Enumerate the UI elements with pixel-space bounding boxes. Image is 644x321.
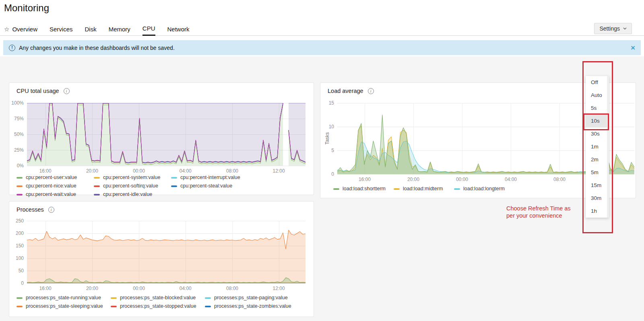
cpu-usage-legend: cpu:percent-user:valuecpu:percent-system… (17, 175, 310, 200)
legend-color-dash (205, 297, 211, 299)
legend-item[interactable]: cpu:percent-wait:value (17, 191, 94, 197)
legend-item[interactable]: processes:ps_state-blocked:value (111, 295, 205, 300)
legend-color-dash (111, 306, 117, 307)
y-axis-tick: 5 (319, 148, 334, 153)
legend-item[interactable]: load:load:midterm (394, 186, 454, 191)
refresh-option-auto[interactable]: Auto (586, 89, 609, 102)
legend-item[interactable]: cpu:percent-nice:value (17, 183, 94, 189)
cpu-usage-chart[interactable] (27, 103, 305, 166)
legend-color-dash (333, 188, 339, 190)
tab-network[interactable]: Network (167, 23, 190, 36)
refresh-option-1h[interactable]: 1h (586, 205, 609, 218)
settings-button[interactable]: Settings (594, 23, 632, 34)
info-icon[interactable]: i (64, 88, 70, 94)
panel-title: Load average (328, 88, 363, 94)
info-icon: ! (9, 45, 15, 51)
y-axis-tick: 10 (319, 124, 334, 130)
legend-label: processes:ps_state-sleeping:value (26, 303, 103, 309)
x-axis-tick: 00:00 (456, 177, 468, 182)
legend-color-dash (17, 177, 23, 179)
refresh-option-30m[interactable]: 30m (586, 192, 609, 205)
x-axis-tick: 16:00 (39, 286, 52, 291)
grafana-dashboard: Home›Dashboards›Monitoring - CPU Last 1 … (0, 56, 644, 321)
info-icon[interactable]: i (48, 207, 54, 213)
legend-label: processes:ps_state-running:value (26, 295, 101, 300)
refresh-option-5m[interactable]: 5m (586, 166, 609, 179)
legend-label: cpu:percent-softirq:value (103, 183, 158, 189)
legend-item[interactable]: processes:ps_state-stopped:value (111, 303, 205, 309)
tab-bar: ☆OverviewServicesDiskMemoryCPUNetwork (4, 23, 190, 36)
gridline (27, 283, 305, 284)
chevron-down-icon (623, 27, 627, 30)
legend-item[interactable]: load:load:shortterm (333, 186, 394, 191)
y-axis-tick: 250 (8, 218, 24, 224)
legend-item[interactable]: processes:ps_state-paging:value (205, 295, 299, 300)
legend-label: cpu:percent-steal:value (180, 183, 232, 189)
star-icon[interactable]: ☆ (4, 23, 9, 35)
legend-item[interactable]: processes:ps_state-zombies:value (205, 303, 299, 309)
tab-memory[interactable]: Memory (109, 23, 130, 36)
close-icon[interactable]: × (631, 45, 635, 51)
x-axis-tick: 20:00 (86, 286, 98, 291)
refresh-option-5s[interactable]: 5s (586, 102, 609, 115)
y-axis-tick: 200 (8, 230, 24, 236)
info-icon[interactable]: i (368, 88, 374, 94)
x-axis-tick: 20:00 (86, 168, 98, 174)
legend-item[interactable]: cpu:percent-user:value (17, 175, 94, 180)
panel-title: Processes (17, 206, 44, 213)
cpu-usage-panel: CPU total usage i cpu:percent-user:value… (9, 82, 314, 195)
x-axis-tick: 08:00 (226, 168, 238, 174)
legend-item[interactable]: cpu:percent-steal:value (171, 183, 248, 189)
tab-overview[interactable]: ☆Overview (4, 23, 37, 36)
legend-item[interactable]: cpu:percent-softirq:value (94, 183, 171, 189)
tab-label: CPU (142, 23, 155, 35)
y-axis-tick: 100% (8, 100, 24, 106)
legend-color-dash (454, 188, 460, 190)
tab-disk[interactable]: Disk (85, 23, 97, 36)
y-axis-tick: 0 (8, 280, 24, 286)
y-axis-tick: 0 (319, 171, 334, 177)
tab-label: Disk (85, 23, 97, 35)
legend-item[interactable]: load:load:longterm (454, 186, 514, 191)
legend-item[interactable]: cpu:percent-system:value (94, 175, 171, 180)
refresh-interval-dropdown: OffAuto5s10s30s1m2m5m15m30m1h (586, 76, 609, 218)
refresh-option-30s[interactable]: 30s (586, 128, 609, 140)
legend-item[interactable]: cpu:percent-interrupt:value (171, 175, 248, 180)
legend-label: load:load:shortterm (343, 186, 386, 191)
refresh-option-off[interactable]: Off (586, 76, 609, 89)
legend-label: cpu:percent-idle:value (103, 191, 152, 197)
tab-label: Services (50, 23, 73, 35)
legend-label: processes:ps_state-blocked:value (120, 295, 196, 300)
annotation-text: Choose Refresh Time as per your convenie… (506, 205, 576, 220)
legend-item[interactable]: processes:ps_state-sleeping:value (17, 303, 111, 309)
processes-panel: Processes i processes:ps_state-running:v… (9, 201, 314, 317)
x-axis-tick: 00:00 (133, 286, 145, 291)
legend-color-dash (111, 297, 117, 299)
panel-title: CPU total usage (17, 88, 59, 94)
x-axis-tick: 04:00 (180, 286, 192, 291)
scrollbar[interactable] (607, 76, 609, 218)
y-axis-tick: 50 (8, 268, 24, 274)
legend-label: cpu:percent-nice:value (26, 183, 76, 189)
legend-color-dash (205, 306, 211, 307)
refresh-option-10s[interactable]: 10s (586, 115, 609, 128)
x-axis-tick: 16:00 (359, 177, 371, 182)
refresh-option-2m[interactable]: 2m (586, 153, 609, 166)
tab-cpu[interactable]: CPU (142, 23, 155, 36)
x-axis-tick: 04:00 (180, 168, 192, 174)
legend-color-dash (171, 177, 177, 179)
settings-label: Settings (599, 25, 620, 32)
legend-label: load:load:midterm (403, 186, 443, 191)
y-axis-tick: 150 (8, 243, 24, 249)
legend-label: load:load:longterm (463, 186, 505, 191)
legend-item[interactable]: processes:ps_state-running:value (17, 295, 111, 300)
refresh-option-1m[interactable]: 1m (586, 140, 609, 153)
refresh-option-15m[interactable]: 15m (586, 179, 609, 192)
legend-color-dash (17, 297, 23, 299)
legend-label: cpu:percent-interrupt:value (180, 175, 240, 180)
x-axis-tick: 04:00 (505, 177, 517, 182)
legend-item[interactable]: cpu:percent-idle:value (94, 191, 171, 197)
tab-services[interactable]: Services (50, 23, 73, 36)
x-axis-tick: 08:00 (553, 177, 566, 182)
processes-chart[interactable] (27, 221, 305, 283)
